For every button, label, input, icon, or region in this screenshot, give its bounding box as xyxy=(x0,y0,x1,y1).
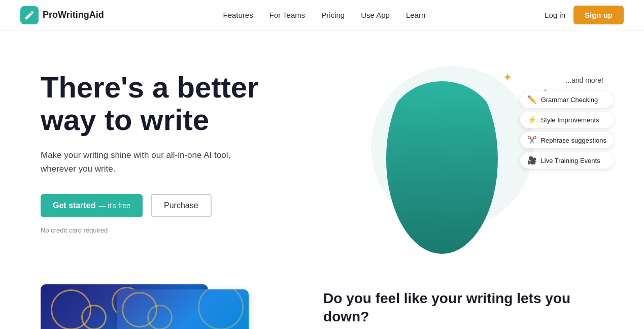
star-icon: ✦ xyxy=(503,71,512,84)
feature-badges-list: ✏️ Grammar Checking ⚡ Style Improvements… xyxy=(520,91,614,169)
get-started-button[interactable]: Get started — it's free xyxy=(41,194,143,217)
art-illustration: My idea in my head xyxy=(30,284,293,329)
second-section-content: Do you feel like your writing lets you d… xyxy=(323,284,614,329)
badge-rephrase: ✂️ Rephrase suggestions xyxy=(520,132,614,148)
nav-item-learn[interactable]: Learn xyxy=(406,11,425,20)
login-button[interactable]: Log in xyxy=(545,11,565,19)
badge-grammar: ✏️ Grammar Checking xyxy=(520,91,614,108)
and-more-label: ...and more! xyxy=(565,76,603,84)
person-illustration xyxy=(386,81,498,254)
cta-primary-label: Get started xyxy=(53,201,95,210)
hero-cta-group: Get started — it's free Purchase xyxy=(41,194,356,217)
signup-button[interactable]: Sign up xyxy=(573,6,624,24)
cta-free-label: — it's free xyxy=(98,202,130,210)
logo-icon xyxy=(20,6,39,24)
swirl-front-3 xyxy=(198,289,244,329)
hero-subtitle: Make your writing shine with our all-in-… xyxy=(41,148,244,176)
nav-item-use-app[interactable]: Use App xyxy=(361,11,390,20)
hero-illustration: ✦ ↗ ...and more! ✏️ Grammar Checking ⚡ S… xyxy=(356,61,614,254)
badge-style: ⚡ Style Improvements xyxy=(520,112,614,128)
badge-grammar-label: Grammar Checking xyxy=(541,96,598,104)
nav-item-for-teams[interactable]: For Teams xyxy=(269,11,306,20)
illustration-container: ✦ ↗ ...and more! ✏️ Grammar Checking ⚡ S… xyxy=(356,61,614,254)
badge-training-label: Live Training Events xyxy=(541,157,600,164)
badge-training: 🎥 Live Training Events xyxy=(520,152,614,169)
second-section: My idea in my head Do you feel like your… xyxy=(0,274,644,329)
hero-section: There's a better way to write Make your … xyxy=(0,30,644,274)
nav-item-pricing[interactable]: Pricing xyxy=(321,11,345,20)
badge-rephrase-label: Rephrase suggestions xyxy=(541,137,606,144)
navbar: ProWritingAid Features For Teams Pricing… xyxy=(0,0,644,30)
nav-actions: Log in Sign up xyxy=(545,6,624,24)
style-icon: ⚡ xyxy=(527,115,537,124)
nav-links: Features For Teams Pricing Use App Learn xyxy=(223,11,426,20)
no-credit-text: No credit card required xyxy=(41,226,356,234)
logo-svg xyxy=(24,10,35,21)
hero-content: There's a better way to write Make your … xyxy=(41,61,356,234)
rephrase-icon: ✂️ xyxy=(527,136,537,145)
logo[interactable]: ProWritingAid xyxy=(20,6,104,24)
swirl-front-2 xyxy=(147,305,173,329)
swirl-deco-2 xyxy=(81,305,107,329)
badge-style-label: Style Improvements xyxy=(541,116,599,124)
purchase-button[interactable]: Purchase xyxy=(151,194,212,217)
second-section-title: Do you feel like your writing lets you d… xyxy=(323,289,614,326)
training-icon: 🎥 xyxy=(527,156,537,165)
grammar-icon: ✏️ xyxy=(527,95,537,104)
hero-title: There's a better way to write xyxy=(41,71,356,136)
nav-item-features[interactable]: Features xyxy=(223,11,253,20)
art-card-front xyxy=(117,289,249,329)
logo-text: ProWritingAid xyxy=(43,10,104,20)
